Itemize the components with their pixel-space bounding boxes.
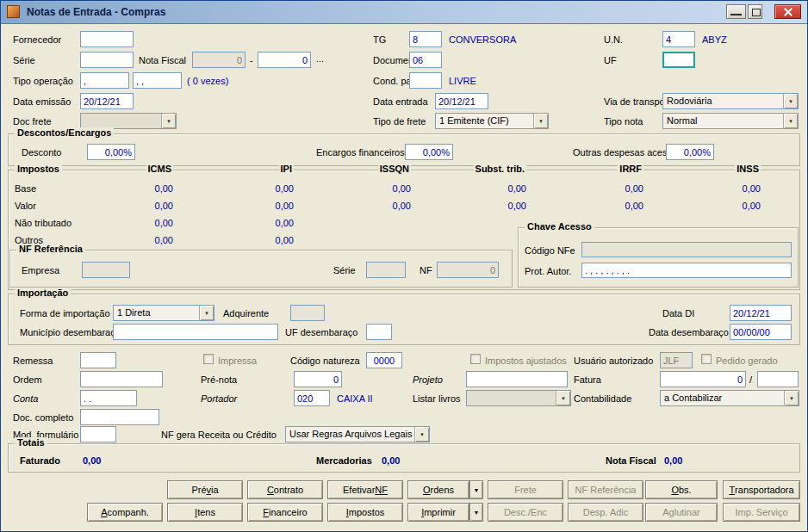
outros-ipi: 0,00 [276, 235, 294, 245]
ordens-button[interactable]: Ordens [407, 480, 469, 499]
adquirente-input [290, 305, 325, 321]
codigo-natureza-label: Código natureza [290, 356, 360, 366]
efetivar-nf-button[interactable]: Efetivar NF [327, 480, 403, 499]
forma-importacao-combo[interactable]: 1 Direta ▼ [113, 305, 214, 321]
codigo-natureza-input[interactable] [366, 352, 402, 368]
data-entrada-input[interactable] [435, 93, 488, 109]
desconto-input[interactable] [87, 144, 135, 160]
transportadora-button[interactable]: Transportadora [723, 480, 800, 499]
chave-acesso-group [518, 227, 799, 288]
base-icms: 0,00 [155, 183, 173, 194]
documento-input[interactable] [409, 52, 442, 68]
forma-importacao-value: 1 Direta [117, 307, 151, 318]
usuario-autorizado-label: Usuário autorizado [574, 356, 653, 366]
fatura-input-1[interactable] [660, 371, 746, 387]
portador-input[interactable] [294, 390, 330, 406]
column-header-ipi: IPI [279, 164, 294, 174]
valor-issqn: 0,00 [393, 201, 411, 211]
contrato-button[interactable]: Contrato [247, 480, 323, 499]
conta-label: Conta [13, 393, 38, 404]
minimize-icon [730, 14, 742, 15]
importacao-title: Importação [15, 288, 71, 298]
tipo-operacao-input-1[interactable] [80, 72, 129, 89]
pedido-gerado-label: Pedido gerado [716, 356, 778, 366]
close-button[interactable] [774, 4, 801, 19]
uf-label: UF [604, 55, 617, 65]
prot-autor-input[interactable] [581, 263, 792, 278]
pre-nota-input[interactable] [294, 371, 342, 387]
uf-desembaraco-input[interactable] [366, 324, 392, 340]
doc-completo-input[interactable] [80, 409, 159, 425]
nf-gera-combo[interactable]: Usar Regras Arquivos Legais ▼ [285, 426, 430, 442]
nota-fiscal-input-2[interactable] [258, 52, 311, 68]
uf-desembaraco-label: UF desembaraço [285, 327, 357, 337]
remessa-input[interactable] [80, 352, 116, 368]
restore-button[interactable] [748, 4, 762, 19]
nfref-nf-label: NF [420, 265, 432, 275]
nfref-serie-input [366, 262, 406, 278]
obs-button[interactable]: Obs. [645, 480, 718, 499]
tg-label: TG [373, 34, 386, 45]
doc-frete-label: Doc frete [13, 116, 52, 127]
data-emissao-input[interactable] [80, 93, 134, 109]
itens-button[interactable]: Itens [167, 503, 243, 522]
data-desembaraco-input[interactable] [730, 324, 792, 340]
nao-tributado-icms: 0,00 [155, 218, 173, 228]
tipo-nota-combo[interactable]: Normal ▼ [662, 113, 799, 129]
fatura-input-2[interactable] [757, 371, 799, 387]
listar-livros-combo: ▼ [466, 390, 571, 406]
base-issqn: 0,00 [393, 183, 411, 194]
contabilidade-combo[interactable]: a Contabilizar ▼ [660, 390, 799, 406]
mod-formulario-input[interactable] [80, 426, 116, 442]
aglutinar-button: Aglutinar [645, 503, 718, 522]
serie-label: Série [13, 55, 35, 65]
fornecedor-input[interactable] [80, 31, 134, 47]
outras-despesas-input[interactable] [666, 144, 714, 160]
tipo-frete-combo[interactable]: 1 Emitente (CIF) ▼ [435, 113, 549, 129]
chevron-down-icon: ▼ [783, 114, 798, 128]
cond-pag-input[interactable] [409, 72, 442, 89]
ordem-label: Ordem [13, 374, 42, 385]
un-label: U.N. [604, 34, 623, 45]
usuario-autorizado-input [660, 352, 693, 368]
window: Notas de Entrada - Compras Fornecedor TG… [0, 0, 808, 532]
conta-input[interactable] [80, 390, 137, 406]
data-desembaraco-label: Data desembaraço [649, 327, 729, 337]
tg-input[interactable] [409, 31, 442, 47]
fatura-separator: / [749, 374, 752, 385]
title-bar: Notas de Entrada - Compras [1, 1, 807, 24]
chevron-down-icon: ▼ [783, 94, 798, 108]
impressa-label: Impressa [218, 356, 257, 366]
projeto-label: Projeto [413, 374, 443, 385]
un-input[interactable] [662, 31, 695, 47]
imprimir-menu-button[interactable]: ▼ [469, 503, 483, 522]
uf-input[interactable] [662, 52, 695, 68]
municipio-desembaraco-input[interactable] [113, 324, 278, 340]
imprimir-button[interactable]: Imprimir [407, 503, 469, 522]
data-di-input[interactable] [730, 305, 792, 321]
projeto-input[interactable] [466, 371, 568, 387]
nf-gera-value: Usar Regras Arquivos Legais [289, 429, 412, 439]
minimize-button[interactable] [726, 4, 746, 19]
nf-referencia-title: NF Referência [16, 244, 85, 254]
via-transporte-combo[interactable]: Rodoviária ▼ [662, 93, 799, 109]
codigo-nfe-label: Código NFe [525, 245, 575, 256]
ordens-menu-button[interactable]: ▼ [469, 480, 483, 499]
chevron-down-icon: ▼ [161, 114, 176, 128]
financeiro-button[interactable]: Financeiro [247, 503, 323, 522]
encargos-input[interactable] [405, 144, 453, 160]
previa-button[interactable]: Prévia [167, 480, 243, 499]
ordem-input[interactable] [80, 371, 163, 387]
serie-input[interactable] [80, 52, 134, 68]
adquirente-label: Adquirente [223, 308, 269, 319]
impostos-ajustados-label: Impostos ajustados [485, 356, 567, 366]
nota-fiscal-more-button[interactable]: ... [316, 53, 324, 64]
valor-irrf: 0,00 [625, 201, 643, 211]
chevron-down-icon: ▼ [199, 306, 214, 320]
tipo-operacao-input-2[interactable] [133, 72, 182, 89]
acompanh-button[interactable]: Acompanh. [87, 503, 163, 522]
window-title: Notas de Entrada - Compras [27, 6, 165, 18]
impostos-button[interactable]: Impostos [327, 503, 403, 522]
portador-label: Portador [201, 393, 237, 404]
column-header-subst-trib: Subst. trib. [474, 164, 526, 174]
